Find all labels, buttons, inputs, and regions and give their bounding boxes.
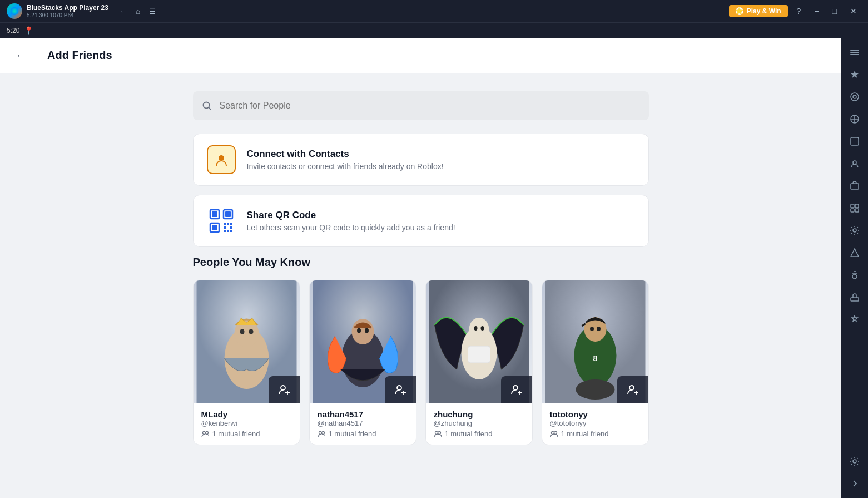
svg-rect-17 [230,230,232,232]
svg-rect-61 [850,50,859,51]
search-input[interactable] [193,91,649,120]
svg-rect-11 [227,223,229,225]
svg-rect-43 [468,346,490,363]
svg-point-33 [397,386,401,390]
nav-back-btn[interactable]: ← [117,5,129,18]
svg-point-42 [480,326,484,331]
svg-rect-12 [230,223,232,225]
svg-point-0 [11,7,18,15]
svg-point-26 [202,431,205,434]
qr-icon [207,206,236,235]
search-container [193,91,649,120]
svg-point-53 [597,327,601,331]
play-win-icon: ⭐ [736,7,743,15]
share-qr-card[interactable]: Share QR Code Let others scan your QR co… [193,195,649,247]
app-version: 5.21.300.1070 P64 [27,12,108,18]
person-info: MLady @kenberwi 1 mutual friend [194,403,300,445]
settings-button[interactable] [845,451,865,471]
person-avatar-wrap: 8 [542,280,648,403]
minimize-button[interactable]: − [810,6,823,17]
person-card: zhuchung @zhuchung 1 mutual friend [425,280,533,445]
sidebar-btn-10[interactable] [845,243,865,263]
svg-rect-73 [855,204,859,208]
add-friend-button[interactable] [269,376,300,403]
svg-point-56 [629,386,634,390]
svg-rect-7 [225,211,231,217]
people-grid: MLady @kenberwi 1 mutual friend [193,280,649,445]
page-title: Add Friends [47,49,112,62]
bluestacks-logo [7,3,22,19]
person-card: MLady @kenberwi 1 mutual friend [193,280,300,445]
people-section-title: People You May Know [193,256,649,269]
sidebar-btn-3[interactable] [845,87,865,107]
right-sidebar [841,38,868,498]
svg-line-2 [209,108,211,110]
svg-rect-74 [851,209,854,212]
titlebar-right: ⭐ Play & Win ? − □ ✕ [729,5,861,17]
svg-point-59 [551,431,554,434]
close-button[interactable]: ✕ [846,6,861,17]
sidebar-btn-6[interactable] [845,154,865,174]
qr-title: Share QR Code [247,210,455,221]
header-divider [38,49,38,62]
main-layout: ← Add Friends [0,38,868,498]
sidebar-btn-13[interactable] [845,309,865,329]
svg-point-60 [554,431,557,434]
person-info: zhuchung @zhuchung 1 mutual friend [426,403,532,445]
back-button[interactable]: ← [13,47,29,64]
svg-rect-16 [227,230,229,232]
sidebar-btn-4[interactable] [845,109,865,129]
svg-rect-13 [224,226,226,229]
pin-icon: 📍 [24,26,33,35]
svg-point-52 [590,327,594,331]
person-card: nathan4517 @nathan4517 1 mutual friend [309,280,416,445]
statusbar: 5:20 📍 [0,22,868,38]
svg-point-32 [365,328,369,333]
connect-contacts-card[interactable]: Connect with Contacts Invite contacts or… [193,134,649,186]
contacts-icon [207,145,236,174]
contacts-title: Connect with Contacts [247,149,444,160]
nav-home-btn[interactable]: ⌂ [133,5,142,18]
restore-button[interactable]: □ [828,6,841,17]
svg-point-23 [281,386,285,390]
contacts-description: Invite contacts or connect with friends … [247,162,444,171]
sidebar-btn-9[interactable] [845,220,865,240]
add-friend-button[interactable] [385,376,416,403]
svg-rect-71 [851,184,859,189]
person-handle: @kenberwi [201,419,292,427]
svg-point-65 [853,95,856,98]
svg-rect-63 [850,54,859,55]
page-header: ← Add Friends [0,38,841,73]
sidebar-btn-12[interactable] [845,287,865,307]
qr-card-text: Share QR Code Let others scan your QR co… [247,210,455,232]
svg-rect-75 [855,209,859,212]
person-info: tototonyy @tototonyy 1 mutual friend [542,403,648,445]
person-mutual: 1 mutual friend [434,430,524,438]
play-win-button[interactable]: ⭐ Play & Win [729,5,788,17]
add-friend-button[interactable] [501,376,532,403]
svg-rect-9 [212,225,217,230]
person-handle: @tototonyy [550,419,641,427]
svg-rect-72 [851,204,854,208]
person-name: zhuchung [434,410,524,419]
svg-text:8: 8 [593,354,597,363]
person-mutual: 1 mutual friend [318,430,408,438]
time-display: 5:20 [7,27,19,34]
svg-rect-5 [212,211,217,217]
add-friend-button[interactable] [617,376,648,403]
sidebar-btn-5[interactable] [845,131,865,151]
qr-description: Let others scan your QR code to quickly … [247,223,455,232]
chevron-right-button[interactable] [845,474,865,494]
nav-bookmarks-btn[interactable]: ☰ [147,5,158,18]
sidebar-btn-8[interactable] [845,198,865,218]
sidebar-btn-7[interactable] [845,176,865,196]
help-button[interactable]: ? [792,6,806,17]
svg-point-31 [357,328,361,333]
sidebar-btn-2[interactable] [845,65,865,85]
sidebar-btn-1[interactable] [845,42,865,62]
sidebar-btn-11[interactable] [845,265,865,285]
svg-point-40 [469,318,489,341]
person-mutual: 1 mutual friend [550,430,641,438]
person-mutual: 1 mutual friend [201,430,292,438]
svg-point-3 [219,155,224,161]
